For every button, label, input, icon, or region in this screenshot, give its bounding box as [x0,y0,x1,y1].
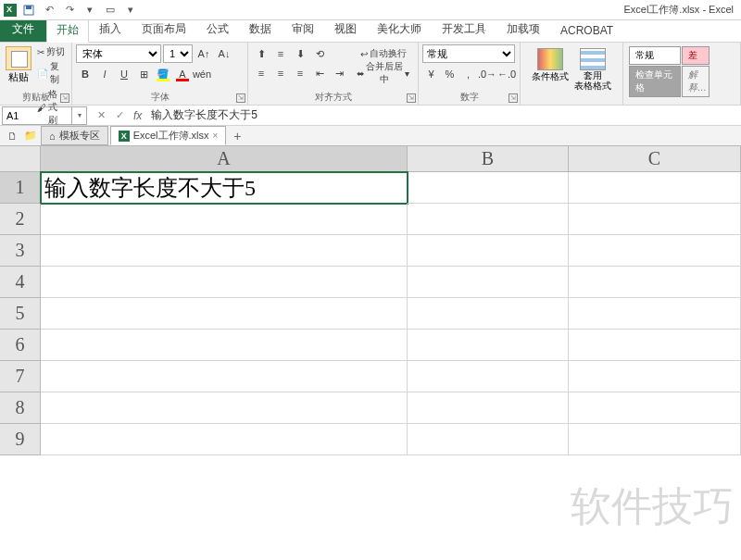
cell-a3[interactable] [41,235,408,267]
align-bottom-button[interactable]: ⬇ [291,44,309,63]
cell-b4[interactable] [408,267,569,298]
alignment-launcher[interactable]: ⇲ [407,93,416,103]
row-header-1[interactable]: 1 [0,172,41,204]
tab-insert[interactable]: 插入 [89,17,132,42]
cell-c4[interactable] [569,267,741,298]
close-tab-icon[interactable]: × [213,131,219,141]
tab-review[interactable]: 审阅 [282,17,324,42]
new-file-icon[interactable]: 🗋 [4,129,20,143]
cell-b3[interactable] [408,235,569,267]
style-explain[interactable]: 解释… [682,66,710,97]
merge-center-button[interactable]: ⬌合并后居中▾ [352,64,414,82]
font-size-select[interactable]: 11 [163,44,193,63]
enter-formula-button[interactable]: ✓ [111,107,128,124]
qat-dropdown-icon[interactable]: ▾ [122,3,139,18]
redo-icon[interactable]: ↷ [61,3,78,18]
indent-increase-button[interactable]: ⇥ [330,64,348,82]
cell-c8[interactable] [569,392,741,424]
tab-pagelayout[interactable]: 页面布局 [132,17,196,42]
cell-c5[interactable] [569,298,741,330]
conditional-format-button[interactable]: 条件格式 [530,46,571,93]
row-header-5[interactable]: 5 [0,298,41,330]
col-header-b[interactable]: B [408,146,569,172]
align-middle-button[interactable]: ≡ [271,44,290,63]
tab-beautify[interactable]: 美化大师 [367,17,432,42]
cell-c3[interactable] [569,235,741,267]
cell-b6[interactable] [408,330,569,361]
cell-a4[interactable] [41,267,408,298]
cell-b1[interactable] [408,172,569,204]
underline-button[interactable]: U [115,65,133,83]
tab-workbook[interactable]: Excel工作簿.xlsx× [110,126,227,145]
cell-b9[interactable] [408,424,569,455]
tab-home[interactable]: 开始 [46,18,89,43]
tab-templates[interactable]: ⌂模板专区 [41,126,108,145]
align-left-button[interactable]: ≡ [252,64,270,82]
format-table-button[interactable]: 套用 表格格式 [572,46,613,93]
row-header-8[interactable]: 8 [0,392,41,424]
font-color-button[interactable]: A [173,65,192,83]
cell-b5[interactable] [408,298,569,330]
cell-a1[interactable]: 输入数字长度不大于5 [41,172,408,204]
cell-a2[interactable] [41,204,408,235]
cell-c9[interactable] [569,424,741,455]
name-box-dropdown[interactable]: ▾ [72,106,87,125]
select-all-corner[interactable] [0,146,41,172]
row-header-2[interactable]: 2 [0,204,41,235]
align-center-button[interactable]: ≡ [271,64,290,82]
row-header-3[interactable]: 3 [0,235,41,267]
cut-button[interactable]: ✂剪切 [35,44,68,59]
qat-more-icon[interactable]: ▾ [82,3,98,18]
save-icon[interactable] [20,3,37,18]
tab-formulas[interactable]: 公式 [196,17,239,42]
number-format-select[interactable]: 常规 [422,44,515,63]
cell-a6[interactable] [41,330,408,361]
cell-a7[interactable] [41,361,408,392]
cell-c2[interactable] [569,204,741,235]
cell-c7[interactable] [569,361,741,392]
comma-button[interactable]: , [459,65,477,83]
tab-data[interactable]: 数据 [239,17,282,42]
cell-c6[interactable] [569,330,741,361]
percent-button[interactable]: % [441,65,458,83]
border-button[interactable]: ⊞ [134,65,153,83]
clipboard-launcher[interactable]: ⇲ [60,93,69,103]
indent-decrease-button[interactable]: ⇤ [310,64,329,82]
decrease-font-button[interactable]: A↓ [215,44,233,63]
copy-button[interactable]: 📄复制 [35,59,68,87]
tab-developer[interactable]: 开发工具 [432,17,496,42]
add-tab-button[interactable]: + [228,129,246,143]
open-folder-icon[interactable]: 📁 [22,129,39,143]
increase-decimal-button[interactable]: .0→ [478,65,496,83]
col-header-c[interactable]: C [569,146,741,172]
align-top-button[interactable]: ⬆ [252,44,270,63]
paste-button[interactable]: 粘贴 [4,44,33,128]
italic-button[interactable]: I [95,65,114,83]
cell-a5[interactable] [41,298,408,330]
tab-view[interactable]: 视图 [324,17,367,42]
style-bad[interactable]: 差 [682,46,710,65]
cell-b2[interactable] [408,204,569,235]
decrease-decimal-button[interactable]: ←.0 [497,65,516,83]
tab-file[interactable]: 文件 [0,17,46,42]
cell-b8[interactable] [408,392,569,424]
style-normal[interactable]: 常规 [629,46,681,65]
formula-bar[interactable]: 输入数字长度不大于5 [147,107,741,123]
qat-item-icon[interactable]: ▭ [102,3,119,18]
align-right-button[interactable]: ≡ [291,64,309,82]
fx-icon[interactable]: fx [133,109,142,122]
cell-a9[interactable] [41,424,408,455]
increase-font-button[interactable]: A↑ [195,44,213,63]
tab-acrobat[interactable]: ACROBAT [550,19,623,42]
row-header-6[interactable]: 6 [0,330,41,361]
phonetic-button[interactable]: wén [193,65,211,83]
cell-a8[interactable] [41,392,408,424]
cancel-formula-button[interactable]: ✕ [93,107,109,124]
currency-button[interactable]: ¥ [422,65,440,83]
cell-c1[interactable] [569,172,741,204]
row-header-9[interactable]: 9 [0,424,41,455]
font-name-select[interactable]: 宋体 [76,44,161,63]
fill-color-button[interactable]: 🪣 [154,65,172,83]
row-header-4[interactable]: 4 [0,267,41,298]
font-launcher[interactable]: ⇲ [236,93,245,103]
